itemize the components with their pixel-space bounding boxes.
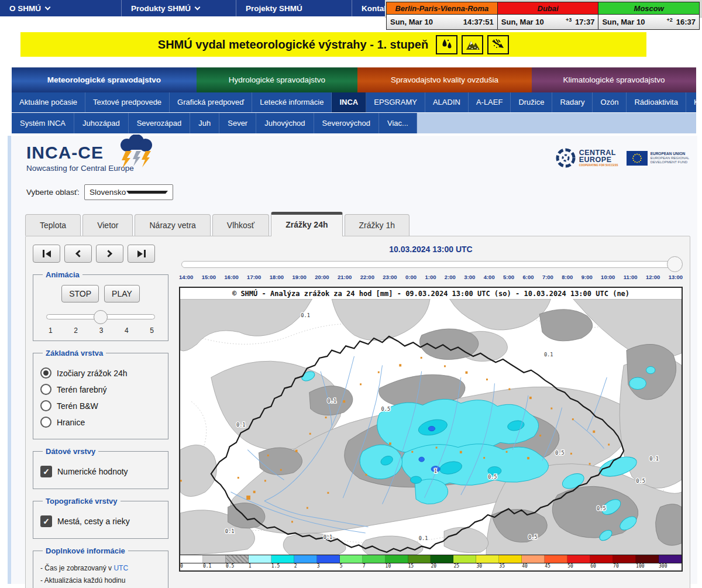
inca-region-items: Systém INCAJuhozápadSeverozápadJuhSeverJ… [12, 113, 417, 133]
scale-label-15: 15 [408, 563, 431, 570]
radio-ter-n-b-w[interactable] [40, 400, 51, 411]
last-frame-button[interactable] [128, 245, 155, 263]
region-nav-item-juhoz-pad[interactable]: Juhozápad [74, 113, 129, 133]
sub-nav-item-oz-n[interactable]: Ozón [593, 92, 627, 112]
clock-city-moscow: MoscowSun, Mar 10+216:37 [598, 2, 699, 29]
main-tab-hydrologick-spravodajstvo[interactable]: Hydrologické spravodajstvo [197, 67, 357, 92]
scale-label-20: 20 [431, 563, 453, 570]
avalanche-warning-icon[interactable] [462, 35, 483, 54]
warning-banner-text[interactable]: SHMÚ vydal meteorologické výstrahy - 1. … [158, 38, 428, 51]
sub-nav-item-a-laef[interactable]: A-LAEF [469, 92, 511, 112]
product-tab-vietor[interactable]: Vietor [82, 214, 133, 236]
content-area: INCA-CE Nowcasting for Central Europe CE… [8, 136, 697, 584]
scale-seg-50 [567, 555, 590, 563]
top-nav-item-projekty-shm[interactable]: Projekty SHMÚ [236, 0, 352, 16]
sub-nav-item-inca[interactable]: INCA [332, 92, 366, 112]
time-tick-15-00: 15:00 [202, 274, 216, 280]
scale-label-300: 300 [659, 563, 682, 570]
sub-nav-item-dru-ice[interactable]: Družice [511, 92, 552, 112]
main-tab-klimatologick-spravodajstvo[interactable]: Klimatologické spravodajstvo [532, 67, 696, 92]
scale-label-0: 0 [180, 563, 203, 570]
scale-label-2: 2 [294, 563, 317, 570]
base-layer-option-izo-iary-zr-ok-24h[interactable]: Izočiary zrážok 24h [40, 367, 161, 379]
next-frame-button[interactable] [96, 245, 123, 263]
scale-label-30: 30 [476, 563, 499, 570]
sub-nav-item-radary[interactable]: Radary [552, 92, 593, 112]
info-line-time-text: - Čas je zobrazovaný v [40, 564, 113, 572]
region-nav-item-sever[interactable]: Sever [219, 113, 256, 133]
product-tab-zr-ky-1h[interactable]: Zrážky 1h [345, 214, 410, 236]
previous-frame-button[interactable] [64, 245, 92, 263]
sub-nav-item-epsgramy[interactable]: EPSGRAMY [366, 92, 425, 112]
first-frame-button[interactable] [33, 245, 60, 263]
clock-date: Sun, Mar 10 [390, 18, 463, 26]
clock-city-name: Berlin-Paris-Vienna-Roma [387, 2, 497, 15]
time-tick-3-00: 3:00 [464, 274, 475, 280]
region-nav-item-juh[interactable]: Juh [190, 113, 219, 133]
stop-button[interactable]: STOP [61, 285, 99, 302]
product-tab-n-razy-vetra[interactable]: Nárazy vetra [135, 214, 210, 236]
layer-option-mest-cesty-a-rieky[interactable]: ✓Mestá, cesty a rieky [40, 515, 161, 527]
region-nav-item-syst-m-inca[interactable]: Systém INCA [12, 113, 74, 133]
base-layer-option-ter-n-b-w[interactable]: Terén B&W [40, 400, 161, 411]
animation-speed-slider[interactable] [46, 314, 155, 319]
sub-nav-item-r-dioaktivita[interactable]: Rádioaktivita [627, 92, 686, 112]
time-tick-5-00: 5:00 [503, 274, 514, 280]
play-button[interactable]: PLAY [104, 285, 140, 302]
main-tab-meteorologick-spravodajstvo[interactable]: Meteorologické spravodajstvo [12, 67, 197, 92]
sub-nav-item-aktu-lne-po-asie[interactable]: Aktuálne počasie [12, 92, 85, 112]
inca-ce-logo: INCA-CE Nowcasting for Central Europe [26, 143, 134, 173]
top-nav-label: Projekty SHMÚ [246, 4, 302, 13]
contour-value-label: 0.5 [636, 478, 645, 484]
scale-label-5: 5 [340, 563, 363, 570]
snowdrift-warning-icon[interactable] [487, 35, 509, 54]
sub-nav-item-grafick-predpove[interactable]: Grafická predpoveď [170, 92, 252, 112]
map-image: 0.10.10.10.10.10.10.10.10.50.50.50.50.50… [180, 299, 682, 555]
region-nav-item-viac[interactable]: Viac... [379, 113, 417, 133]
radio-izo-iary-zr-ok-24h[interactable] [40, 367, 51, 379]
top-nav-item-o-shm[interactable]: O SHMÚ [0, 0, 122, 16]
speed-label-5: 5 [150, 326, 154, 335]
scale-seg-0-5 [226, 555, 249, 563]
sub-nav-item-leteck-inform-cie[interactable]: Letecké informácie [252, 92, 332, 112]
info-line-time: - Čas je zobrazovaný v UTC [40, 564, 161, 572]
checkbox-label: Mestá, cesty a rieky [57, 517, 130, 526]
base-layer-option-hranice[interactable]: Hranice [40, 417, 161, 428]
sub-nav-item-textov-predpovede[interactable]: Textové predpovede [85, 92, 170, 112]
scale-seg-2 [294, 555, 317, 563]
radio-ter-n-farebn[interactable] [40, 384, 51, 395]
scale-label-40: 40 [522, 563, 545, 570]
main-tab-spravodajstvo-kvality-ovzdu-ia[interactable]: Spravodajstvo kvality ovzdušia [357, 67, 532, 92]
time-slider-handle[interactable] [667, 256, 683, 272]
time-tick-20-00: 20:00 [315, 274, 329, 280]
last-frame-icon [137, 250, 143, 257]
central-europe-tagline: COOPERATING FOR SUCCESS [579, 164, 618, 167]
time-tick-10-00: 10:00 [601, 274, 615, 280]
checkbox-numerick-hodnoty[interactable]: ✓ [40, 466, 52, 477]
product-tab-teplota[interactable]: Teplota [25, 214, 81, 236]
area-select-row: Vyberte oblasť: Slovensko [26, 184, 691, 200]
top-nav-item-produkty-shm[interactable]: Produkty SHMÚ [122, 0, 236, 16]
rain-warning-icon[interactable] [436, 35, 457, 54]
scale-label-50: 50 [567, 563, 590, 570]
base-layer-option-ter-n-farebn[interactable]: Terén farebný [40, 384, 161, 395]
layer-option-numerick-hodnoty[interactable]: ✓Numerické hodnoty [40, 466, 161, 477]
speed-label-2: 2 [74, 326, 78, 335]
time-tick-19-00: 19:00 [292, 274, 307, 280]
utc-link[interactable]: UTC [113, 564, 128, 572]
area-select[interactable]: Slovensko [84, 184, 173, 200]
region-nav-item-juhov-chod[interactable]: Juhovýchod [256, 113, 314, 133]
sub-nav-item-aladin[interactable]: ALADIN [425, 92, 469, 112]
region-nav-item-severov-chod[interactable]: Severovýchod [314, 113, 379, 133]
product-tab-vlhkos[interactable]: Vlhkosť [212, 214, 269, 236]
checkbox-mest-cesty-a-rieky[interactable]: ✓ [40, 515, 52, 527]
product-tabs: TeplotaVietorNárazy vetraVlhkosťZrážky 2… [25, 212, 691, 236]
animation-speed-handle[interactable] [94, 310, 108, 324]
radio-hranice[interactable] [40, 417, 51, 428]
base-layer-legend: Základná vrstva [43, 349, 106, 357]
clock-city-time: Sun, Mar 1014:37:51 [387, 15, 497, 29]
sub-nav-item-kamery[interactable]: Kamery [686, 92, 702, 112]
time-slider-track[interactable] [181, 261, 680, 268]
region-nav-item-severoz-pad[interactable]: Severozápad [129, 113, 191, 133]
product-tab-zr-ky-24h[interactable]: Zrážky 24h [271, 212, 342, 236]
